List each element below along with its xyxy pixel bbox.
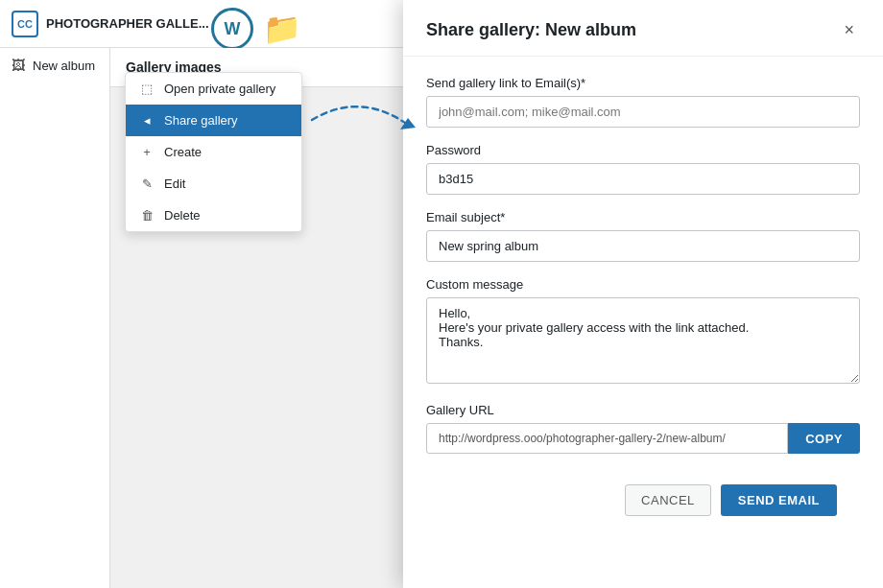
context-menu: ⬚ Open private gallery ◂ Share gallery +… xyxy=(125,72,302,232)
copy-button[interactable]: COPY xyxy=(788,423,860,454)
modal-close-button[interactable]: × xyxy=(838,19,860,40)
context-menu-item-label: Delete xyxy=(164,208,201,223)
message-label: Custom message xyxy=(426,277,860,292)
wordpress-icon: W xyxy=(211,8,253,50)
album-icon: 🖼 xyxy=(12,58,25,73)
subject-input[interactable] xyxy=(426,230,860,262)
url-row: COPY xyxy=(426,423,860,454)
folder-icon: 📁 xyxy=(263,11,301,47)
create-icon: + xyxy=(139,145,155,159)
share-modal: Share gallery: New album × Send gallery … xyxy=(403,0,883,588)
svg-marker-0 xyxy=(400,118,416,129)
wp-icons-area: W 📁 xyxy=(211,0,301,50)
send-email-button[interactable]: SEND EMAIL xyxy=(721,484,837,516)
modal-body: Send gallery link to Email(s)* Password … xyxy=(403,57,883,577)
context-menu-item-label: Open private gallery xyxy=(164,82,275,96)
subject-label: Email subject* xyxy=(426,210,860,224)
message-group: Custom message xyxy=(426,277,860,388)
url-input[interactable] xyxy=(426,423,788,454)
sidebar: 🖼 New album xyxy=(0,48,110,588)
email-group: Send gallery link to Email(s)* xyxy=(426,76,860,128)
password-input[interactable] xyxy=(426,163,860,195)
gallery-title: PHOTOGRAPHER GALLE... xyxy=(46,16,209,31)
email-input[interactable] xyxy=(426,96,860,128)
modal-header: Share gallery: New album × xyxy=(403,0,883,57)
url-group: Gallery URL COPY xyxy=(426,403,860,454)
edit-icon: ✎ xyxy=(139,176,155,191)
context-menu-item-label: Edit xyxy=(164,176,185,191)
arrow-indicator xyxy=(302,91,418,149)
message-textarea[interactable] xyxy=(426,297,860,384)
sidebar-item-new-album[interactable]: 🖼 New album xyxy=(0,48,109,82)
top-bar: CC PHOTOGRAPHER GALLE... ▾ xyxy=(0,0,403,48)
share-icon: ◂ xyxy=(139,113,155,128)
open-private-icon: ⬚ xyxy=(139,82,155,96)
context-menu-create[interactable]: + Create xyxy=(126,136,301,168)
context-menu-item-label: Create xyxy=(164,145,202,159)
context-menu-edit[interactable]: ✎ Edit xyxy=(126,168,301,200)
url-label: Gallery URL xyxy=(426,403,860,417)
modal-footer: CANCEL SEND EMAIL xyxy=(426,469,860,531)
email-label: Send gallery link to Email(s)* xyxy=(426,76,860,90)
password-group: Password xyxy=(426,143,860,195)
context-menu-open-private[interactable]: ⬚ Open private gallery xyxy=(126,73,301,105)
context-menu-item-label: Share gallery xyxy=(164,113,238,128)
context-menu-share-gallery[interactable]: ◂ Share gallery xyxy=(126,105,301,136)
delete-icon: 🗑 xyxy=(139,208,155,223)
logo: CC xyxy=(12,11,38,37)
context-menu-delete[interactable]: 🗑 Delete xyxy=(126,200,301,231)
cancel-button[interactable]: CANCEL xyxy=(625,484,711,516)
subject-group: Email subject* xyxy=(426,210,860,262)
sidebar-item-label: New album xyxy=(33,59,95,73)
modal-title: Share gallery: New album xyxy=(426,20,636,40)
password-label: Password xyxy=(426,143,860,157)
